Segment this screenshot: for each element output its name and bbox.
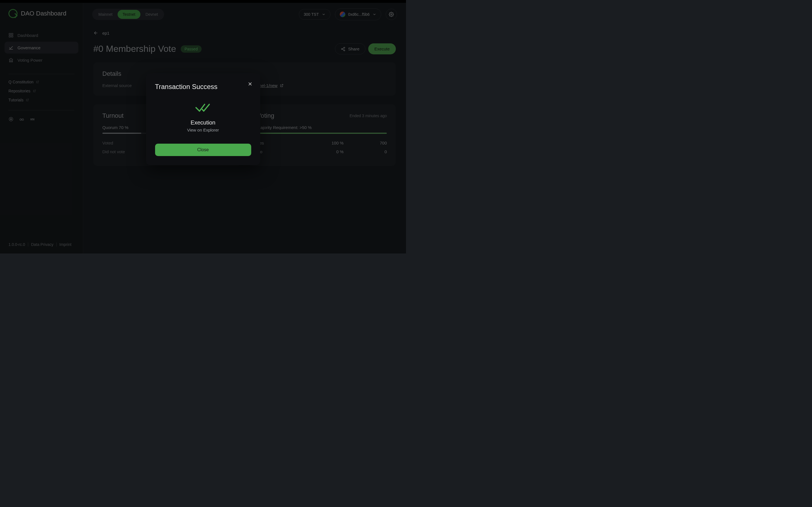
modal-title: Transaction Success: [155, 83, 251, 91]
transaction-success-modal: Transaction Success Execution View on Ex…: [146, 73, 260, 165]
modal-close-primary-button[interactable]: Close: [155, 144, 251, 156]
modal-close-button[interactable]: [247, 81, 253, 87]
modal-subtitle: Execution: [155, 119, 251, 126]
close-icon: [247, 81, 253, 87]
modal-overlay[interactable]: Transaction Success Execution View on Ex…: [0, 0, 406, 253]
modal-explorer-link[interactable]: View on Explorer: [155, 128, 251, 132]
success-check-icon: [155, 102, 251, 113]
